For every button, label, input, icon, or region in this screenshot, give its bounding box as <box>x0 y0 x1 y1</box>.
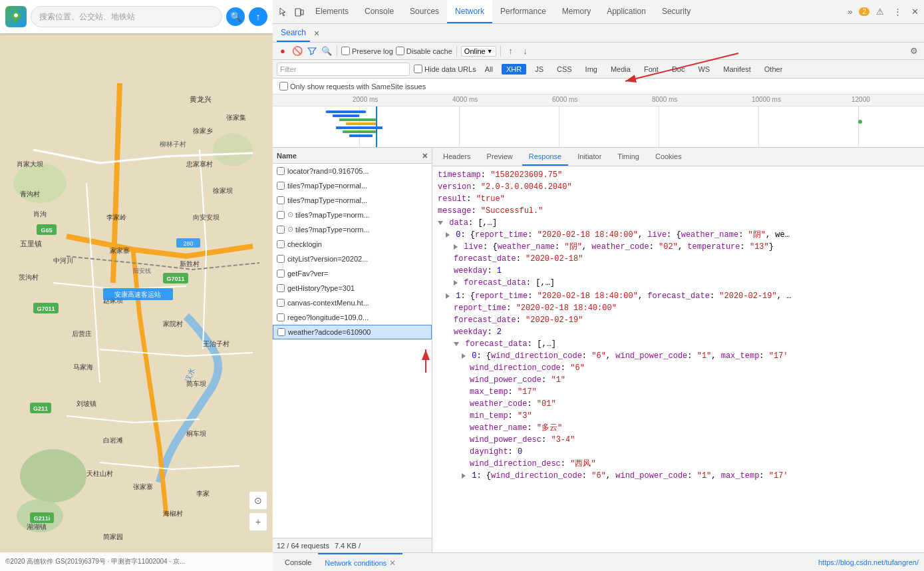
tab-sources[interactable]: Sources <box>402 0 447 23</box>
tab-security[interactable]: Security <box>654 0 698 23</box>
devtools-menu-icon[interactable]: ⋮ <box>891 5 905 18</box>
tab-timing[interactable]: Timing <box>611 148 646 166</box>
filter-media-button[interactable]: Media <box>606 64 635 75</box>
expand-icon[interactable] <box>446 293 450 299</box>
filter-xhr-button[interactable]: XHR <box>502 64 526 75</box>
map-search-button[interactable]: 🔍 <box>226 7 245 26</box>
tab-application[interactable]: Application <box>599 0 654 23</box>
tab-headers[interactable]: Headers <box>436 148 478 166</box>
tab-console[interactable]: Console <box>357 0 402 23</box>
response-panel: Headers Preview Response Initiator Timin… <box>432 148 924 552</box>
json-line: max_temp: "17" <box>438 386 919 398</box>
tab-performance[interactable]: Performance <box>492 0 554 23</box>
list-item[interactable]: canvas-contextMenu.ht... <box>273 295 432 310</box>
list-item[interactable]: getFav?ver= <box>273 266 432 281</box>
map-navigate-button[interactable]: ↑ <box>249 7 267 26</box>
more-tabs-icon[interactable]: » <box>845 5 855 18</box>
expand-icon[interactable] <box>446 232 450 238</box>
filter-manifest-button[interactable]: Manifest <box>718 64 756 75</box>
list-item[interactable]: tiles?mapType=normal... <box>273 178 432 193</box>
tick-12000: 12000 <box>851 96 870 103</box>
svg-text:肖家大坝: 肖家大坝 <box>17 160 43 168</box>
tick-6000: 6000 ms <box>552 96 577 103</box>
clear-button[interactable]: 🚫 <box>291 45 303 57</box>
json-line: 0: {wind_direction_code: "6", wind_power… <box>438 350 919 362</box>
record-button[interactable]: ● <box>277 45 289 57</box>
expand-icon[interactable] <box>454 244 458 250</box>
list-item[interactable]: ⊙ tiles?mapType=norm... <box>273 208 432 222</box>
list-item[interactable]: ⊙ tiles?mapType=norm... <box>273 222 432 237</box>
list-item[interactable]: regeo?longitude=109.0... <box>273 310 432 325</box>
online-selector[interactable]: Online ▼ <box>461 46 496 57</box>
tab-initiator[interactable]: Initiator <box>571 148 608 166</box>
map-topbar: 搜索位置、公交站、地铁站 🔍 ↑ <box>0 0 273 33</box>
svg-point-3 <box>20 449 86 502</box>
map-bottombar: ©2020 高德软件 GS(2019)6379号 · 甲测资字11002004 … <box>0 552 273 571</box>
filter-js-button[interactable]: JS <box>530 64 548 75</box>
expand-icon[interactable] <box>438 221 443 225</box>
svg-text:黄龙兴: 黄龙兴 <box>190 95 212 103</box>
svg-text:向安安坝: 向安安坝 <box>193 214 220 221</box>
warning-badge: 2 <box>859 7 869 16</box>
list-item[interactable]: tiles?mapType=normal... <box>273 193 432 208</box>
search-tab[interactable]: Search <box>277 24 310 42</box>
filter-img-button[interactable]: Img <box>581 64 602 75</box>
cursor-icon[interactable] <box>275 5 291 19</box>
close-network-conditions-tab[interactable]: ✕ <box>389 558 396 568</box>
json-line: 0: {report_time: "2020-02-18 18:40:00", … <box>438 229 919 241</box>
tab-cookies[interactable]: Cookies <box>649 148 689 166</box>
filter-all-button[interactable]: All <box>480 64 498 75</box>
response-content[interactable]: timestamp: "1582023609.75" version: "2.0… <box>432 166 924 552</box>
close-panel-button[interactable]: × <box>422 150 428 161</box>
filter-doc-button[interactable]: Doc <box>667 64 690 75</box>
tick-8000: 8000 ms <box>652 96 677 103</box>
map-zoom-in-button[interactable]: + <box>249 512 267 531</box>
json-line: message: "Successful." <box>438 205 919 217</box>
filter-css-button[interactable]: CSS <box>552 64 577 75</box>
network-settings-icon[interactable]: ⚙ <box>908 45 920 57</box>
preserve-log-checkbox[interactable]: Preserve log <box>341 47 393 55</box>
filter-font-button[interactable]: Font <box>639 64 663 75</box>
samesite-checkbox[interactable]: Only show requests with SameSite issues <box>279 82 426 91</box>
search-button[interactable]: 🔍 <box>321 45 333 57</box>
tab-response[interactable]: Response <box>522 148 569 166</box>
map-location-button[interactable]: ⊙ <box>249 491 267 510</box>
map-logo <box>5 6 27 27</box>
list-item[interactable]: cityList?version=20202... <box>273 252 432 266</box>
devtools-close-icon[interactable]: ✕ <box>909 5 921 18</box>
filter-other-button[interactable]: Other <box>760 64 788 75</box>
list-item[interactable]: getHistory?type=301 <box>273 281 432 295</box>
list-item[interactable]: checklogin <box>273 237 432 252</box>
expand-icon[interactable] <box>462 353 466 359</box>
svg-text:简家园: 简家园 <box>103 533 123 540</box>
map-search-input[interactable]: 搜索位置、公交站、地铁站 <box>31 6 222 27</box>
expand-icon[interactable] <box>454 342 459 346</box>
bottom-tab-console[interactable]: Console <box>278 553 318 571</box>
map-controls: ⊙ + <box>249 491 267 531</box>
bottom-tab-network-conditions[interactable]: Network conditions ✕ <box>318 553 402 571</box>
list-item[interactable]: locator?rand=0.916705... <box>273 164 432 178</box>
json-line: wind_power_code: "1" <box>438 374 919 386</box>
search-close-button[interactable]: × <box>314 28 319 39</box>
tab-network[interactable]: Network <box>447 0 492 23</box>
warning-icon[interactable]: ⚠ <box>873 5 887 18</box>
upload-icon: ↑ <box>505 45 517 57</box>
device-toggle-icon[interactable] <box>291 5 307 19</box>
net-main: Name × locator?rand=0.916705... tiles?ma… <box>273 148 924 552</box>
svg-point-2 <box>213 133 253 166</box>
filter-button[interactable] <box>306 45 318 57</box>
svg-rect-54 <box>301 10 303 15</box>
tab-preview[interactable]: Preview <box>480 148 520 166</box>
selected-request-item[interactable]: weather?adcode=610900 <box>273 325 432 339</box>
svg-text:柳林子村: 柳林子村 <box>160 140 186 148</box>
expand-icon[interactable] <box>462 473 466 478</box>
tab-elements[interactable]: Elements <box>307 0 357 23</box>
json-line: weather_name: "多云" <box>438 422 919 434</box>
hide-data-urls-checkbox[interactable]: Hide data URLs <box>414 65 476 73</box>
filter-ws-button[interactable]: WS <box>693 64 714 75</box>
disable-cache-checkbox[interactable]: Disable cache <box>396 47 452 55</box>
filter-input[interactable]: Filter <box>280 65 406 73</box>
svg-text:家家寨: 家家寨 <box>110 247 130 254</box>
expand-icon[interactable] <box>454 280 458 286</box>
tab-memory[interactable]: Memory <box>554 0 599 23</box>
